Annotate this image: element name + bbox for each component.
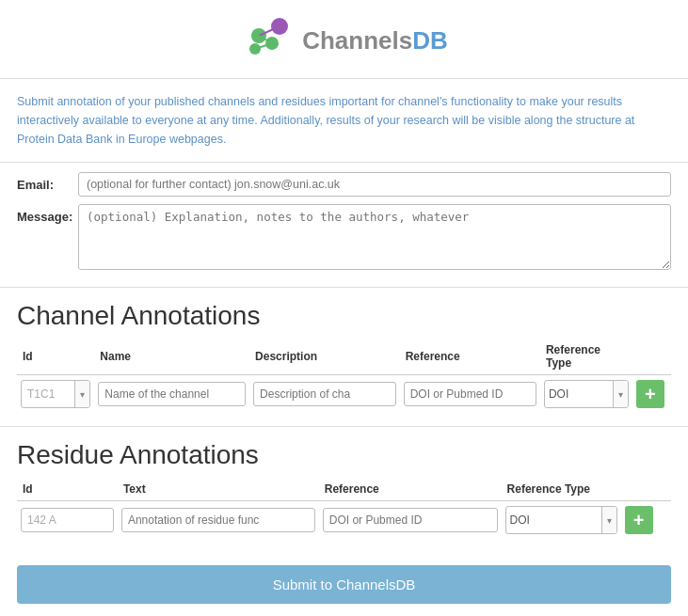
residue-ref-input[interactable]: [323, 508, 498, 532]
message-row: Message:: [17, 204, 671, 270]
col-header-name: Name: [94, 339, 249, 375]
email-input[interactable]: [78, 172, 671, 197]
channel-reftype-select-wrapper[interactable]: DOI PubMed ▾: [544, 380, 629, 408]
logo-text: ChannelsDB: [302, 26, 448, 55]
residue-id-input[interactable]: [21, 508, 114, 532]
residue-reftype-select-wrapper[interactable]: DOI PubMed ▾: [505, 506, 617, 534]
res-col-header-action: [621, 478, 671, 501]
col-header-reftype: Reference Type: [540, 339, 632, 375]
residue-annotations-section: Residue Annotations Id Text Reference Re…: [0, 427, 688, 552]
res-col-header-reftype: Reference Type: [502, 478, 621, 501]
channel-reftype-arrow[interactable]: ▾: [613, 381, 628, 407]
logo: ChannelsDB: [240, 17, 448, 64]
info-text: Submit annotation of your published chan…: [0, 79, 688, 163]
residue-reftype-arrow[interactable]: ▾: [601, 507, 616, 533]
message-label: Message:: [17, 204, 78, 224]
col-header-ref: Reference: [400, 339, 540, 375]
page-header: ChannelsDB: [0, 0, 688, 79]
channel-id-input[interactable]: [22, 383, 74, 405]
channel-ref-input[interactable]: [404, 382, 536, 406]
contact-form: Email: Message:: [0, 163, 688, 288]
residue-annotations-body: Id Text Reference Reference Type: [0, 478, 688, 552]
email-label: Email:: [17, 172, 78, 192]
res-col-header-text: Text: [118, 478, 319, 501]
channel-reftype-select[interactable]: DOI PubMed: [545, 383, 613, 405]
submit-section: Submit to ChannelsDB: [0, 552, 688, 616]
residue-add-button[interactable]: +: [625, 506, 653, 534]
channel-annotations-table: Id Name Description Reference Reference …: [17, 339, 671, 413]
email-row: Email:: [17, 172, 671, 197]
col-header-desc: Description: [249, 339, 400, 375]
col-header-id: Id: [17, 339, 94, 375]
channel-annotations-body: Id Name Description Reference Reference …: [0, 339, 688, 426]
residue-annotations-title: Residue Annotations: [0, 427, 688, 478]
residue-row: DOI PubMed ▾ +: [17, 501, 671, 540]
channel-name-input[interactable]: [98, 382, 246, 406]
channel-row: ▾: [17, 375, 671, 414]
residue-text-input[interactable]: [121, 508, 315, 532]
logo-icon: [240, 17, 296, 64]
channel-annotations-section: Channel Annotations Id Name Description …: [0, 288, 688, 426]
channel-desc-input[interactable]: [253, 382, 396, 406]
submit-button[interactable]: Submit to ChannelsDB: [17, 565, 671, 604]
message-input[interactable]: [78, 204, 671, 270]
channel-annotations-title: Channel Annotations: [0, 288, 688, 339]
res-col-header-id: Id: [17, 478, 118, 501]
col-header-action: [632, 339, 671, 375]
residue-reftype-select[interactable]: DOI PubMed: [506, 509, 601, 531]
residue-annotations-table: Id Text Reference Reference Type: [17, 478, 671, 539]
channel-add-button[interactable]: +: [636, 380, 664, 408]
res-col-header-ref: Reference: [319, 478, 502, 501]
channel-id-select-wrapper[interactable]: ▾: [21, 380, 90, 408]
channel-id-dropdown-arrow[interactable]: ▾: [74, 381, 89, 407]
